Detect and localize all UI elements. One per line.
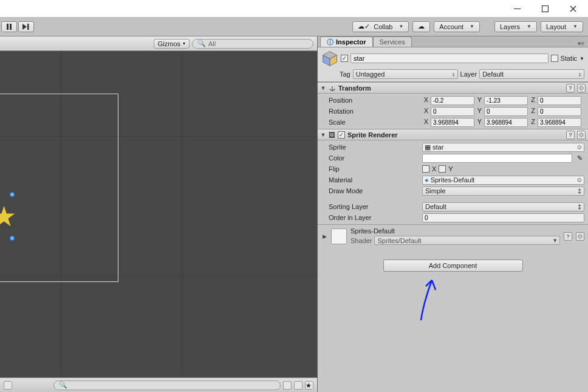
color-swatch[interactable]	[422, 154, 572, 163]
step-button[interactable]	[18, 21, 34, 32]
component-title: Transform	[338, 84, 371, 92]
svg-rect-5	[27, 24, 29, 30]
chevron-down-icon[interactable]: ▼	[579, 56, 584, 61]
position-y-input[interactable]	[484, 96, 528, 105]
account-dropdown[interactable]: Account▼	[434, 21, 480, 32]
footer-button[interactable]	[283, 381, 292, 390]
sprite-label: Sprite	[329, 143, 420, 151]
foldout-toggle[interactable]: ▶	[321, 233, 327, 239]
chevron-down-icon: ‡	[578, 187, 581, 194]
gear-icon[interactable]	[577, 84, 586, 92]
tab-services[interactable]: Services	[373, 36, 412, 47]
add-component-button[interactable]: Add Component	[383, 260, 523, 272]
layer-dropdown[interactable]: Default‡	[479, 69, 584, 79]
tag-label: Tag	[340, 70, 350, 78]
scale-y-input[interactable]	[484, 118, 528, 127]
gear-icon[interactable]	[577, 131, 586, 139]
gear-icon[interactable]	[576, 232, 584, 241]
footer-button[interactable]	[294, 381, 303, 390]
shader-dropdown[interactable]: Sprites/Default▾	[374, 236, 560, 245]
search-icon: 🔍	[197, 40, 206, 47]
material-section: ▶ Sprites-Default Shader Sprites/Default…	[318, 224, 588, 247]
scene-search[interactable]: 🔍All	[192, 39, 313, 49]
gameobject-name-input[interactable]	[350, 53, 549, 63]
tab-menu-icon[interactable]: ▾≡	[574, 40, 588, 47]
rotation-z-input[interactable]	[538, 107, 581, 116]
gizmos-dropdown[interactable]: Gizmos▾	[154, 39, 190, 49]
pause-button[interactable]	[1, 21, 17, 32]
gameobject-header: ✓ Static ▼ Tag Untagged‡ Layer Default‡	[318, 47, 588, 82]
main-toolbar: ☁✓Collab▼ ☁ Account▼ Layers▼ Layout▼	[0, 17, 588, 36]
sprite-renderer-component: ▼ 🖼 ✓ Sprite Renderer ? Sprite ▦star⊙ Co…	[318, 129, 588, 224]
sprite-renderer-icon: 🖼	[329, 131, 335, 139]
drawmode-label: Draw Mode	[329, 187, 420, 194]
selection-handle[interactable]	[10, 236, 15, 241]
help-icon[interactable]: ?	[564, 232, 572, 241]
rotation-label: Rotation	[329, 108, 420, 115]
material-label: Material	[329, 176, 420, 184]
svg-point-10	[580, 133, 583, 136]
flip-y-checkbox[interactable]	[439, 165, 446, 173]
svg-point-9	[580, 86, 583, 89]
layout-dropdown[interactable]: Layout▼	[541, 21, 583, 32]
scale-label: Scale	[329, 119, 420, 126]
collab-dropdown[interactable]: ☁✓Collab▼	[352, 21, 409, 32]
scale-x-input[interactable]	[431, 118, 474, 127]
sortlayer-dropdown[interactable]: Default‡	[422, 202, 584, 211]
cloud-button[interactable]: ☁	[412, 21, 430, 32]
flip-x-checkbox[interactable]	[422, 165, 429, 173]
rotation-x-input[interactable]	[431, 107, 474, 116]
scene-viewport[interactable]: ★	[0, 51, 317, 377]
project-footer: 🔍 ★	[0, 377, 317, 392]
maximize-button[interactable]	[531, 0, 559, 17]
chevron-down-icon: ‡	[578, 203, 581, 210]
rotation-y-input[interactable]	[484, 107, 528, 116]
inspector-tabs: ⓘInspector Services ▾≡	[318, 36, 588, 47]
chevron-down-icon: ▼	[398, 24, 403, 29]
sprite-thumb-icon: ▦	[425, 143, 431, 151]
order-input[interactable]	[422, 213, 584, 222]
layers-dropdown[interactable]: Layers▼	[494, 21, 537, 32]
position-x-input[interactable]	[431, 96, 474, 105]
info-icon: ⓘ	[327, 38, 333, 47]
eyedropper-icon[interactable]: ✎	[575, 154, 584, 162]
foldout-toggle[interactable]: ▼	[320, 85, 326, 91]
gameobject-cube-icon	[321, 50, 338, 67]
position-z-input[interactable]	[538, 96, 581, 105]
flip-label: Flip	[329, 165, 420, 173]
active-checkbox[interactable]: ✓	[341, 55, 348, 62]
chevron-down-icon: ▾	[183, 41, 185, 46]
window-titlebar	[0, 0, 588, 17]
sortlayer-label: Sorting Layer	[329, 203, 420, 210]
enable-checkbox[interactable]: ✓	[338, 131, 345, 139]
search-placeholder: All	[208, 40, 216, 47]
selected-sprite-star[interactable]: ★	[0, 202, 16, 230]
tag-dropdown[interactable]: Untagged‡	[353, 69, 458, 79]
drawmode-dropdown[interactable]: Simple‡	[422, 187, 584, 196]
object-picker-icon[interactable]: ⊙	[577, 177, 582, 183]
svg-rect-1	[542, 5, 548, 12]
scene-toolbar: Gizmos▾ 🔍All	[0, 36, 317, 51]
tab-inspector[interactable]: ⓘInspector	[320, 36, 373, 47]
help-icon[interactable]: ?	[566, 131, 575, 139]
project-search[interactable]: 🔍	[53, 380, 281, 390]
svg-point-11	[579, 235, 582, 238]
close-button[interactable]	[559, 0, 587, 17]
material-icon: ●	[425, 176, 429, 184]
svg-rect-3	[10, 24, 12, 30]
object-picker-icon[interactable]: ⊙	[577, 144, 582, 150]
footer-button[interactable]: ★	[305, 381, 313, 390]
selection-handle[interactable]	[10, 192, 15, 197]
static-checkbox[interactable]	[551, 55, 558, 62]
transform-component: ▼ Transform ? Position X Y Z	[318, 82, 588, 129]
scale-z-input[interactable]	[538, 118, 581, 127]
footer-button[interactable]	[4, 381, 12, 390]
sprite-field[interactable]: ▦star⊙	[422, 143, 584, 152]
help-icon[interactable]: ?	[566, 84, 575, 92]
chevron-down-icon: ▼	[470, 24, 474, 29]
transform-axes-icon	[329, 84, 336, 92]
minimize-button[interactable]	[503, 0, 531, 17]
material-field[interactable]: ●Sprites-Default⊙	[422, 176, 584, 185]
foldout-toggle[interactable]: ▼	[320, 132, 326, 138]
annotation-arrow	[409, 273, 445, 322]
